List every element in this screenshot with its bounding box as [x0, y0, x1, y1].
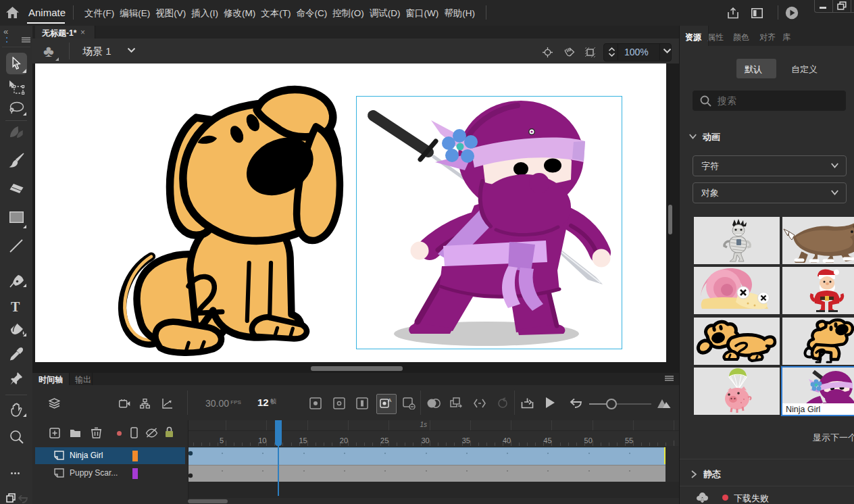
- svg-text:A: A: [388, 397, 392, 403]
- svg-text:Ninja Girl: Ninja Girl: [786, 405, 820, 414]
